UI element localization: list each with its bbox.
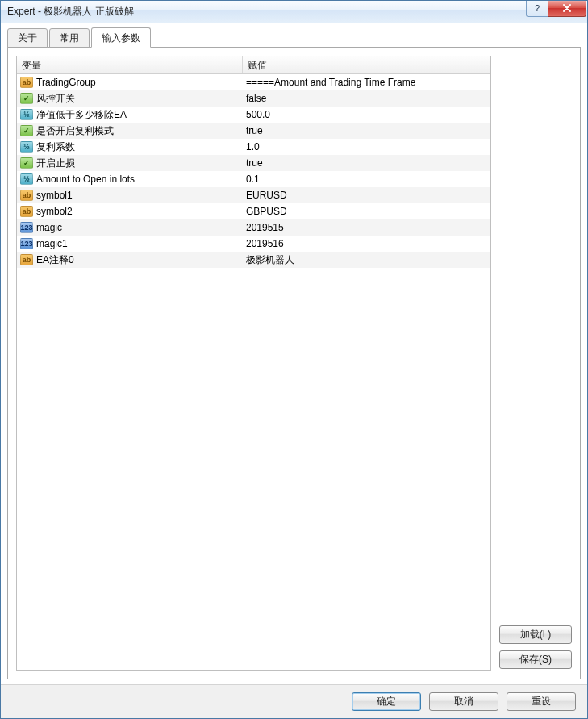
parameter-value-cell[interactable]: GBPUSD	[243, 206, 490, 217]
column-header-variable[interactable]: 变量	[17, 56, 243, 73]
tabstrip: 关于 常用 输入参数	[7, 30, 581, 48]
parameter-row[interactable]: 123magic12019516	[17, 236, 490, 252]
parameter-row[interactable]: ✓风控开关false	[17, 90, 490, 107]
parameter-row[interactable]: abEA注释0极影机器人	[17, 252, 490, 268]
parameter-value-cell[interactable]: 2019515	[243, 222, 490, 233]
ab-type-icon: ab	[20, 254, 33, 265]
parameters-grid[interactable]: 变量 赋值 abTradingGroup=====Amount and Trad…	[16, 56, 491, 671]
parameter-name-cell[interactable]: abEA注释0	[17, 253, 243, 267]
parameter-value-cell[interactable]: 1.0	[243, 141, 490, 153]
close-button[interactable]	[548, 1, 586, 17]
grid-body: abTradingGroup=====Amount and Trading Ti…	[17, 74, 490, 670]
dialog-footer: 确定 取消 重设	[1, 684, 587, 718]
parameter-row[interactable]: ✓开启止损true	[17, 155, 490, 171]
help-icon: ?	[535, 3, 540, 13]
parameter-name-cell[interactable]: abTradingGroup	[17, 77, 243, 88]
int-type-icon: 123	[20, 238, 33, 249]
parameter-row[interactable]: absymbol2GBPUSD	[17, 203, 490, 219]
tab-about[interactable]: 关于	[7, 28, 48, 48]
parameter-row[interactable]: ½复利系数1.0	[17, 139, 490, 155]
parameter-name: Amount to Open in lots	[36, 173, 135, 185]
parameter-row[interactable]: absymbol1EURUSD	[17, 187, 490, 203]
parameter-name: 净值低于多少移除EA	[36, 108, 127, 122]
parameter-value-cell[interactable]: true	[243, 157, 490, 169]
load-button[interactable]: 加载(L)	[499, 625, 572, 644]
parameter-name: 复利系数	[36, 140, 75, 154]
parameter-name-cell[interactable]: ½Amount to Open in lots	[17, 173, 243, 185]
ab-type-icon: ab	[20, 190, 33, 201]
double-type-icon: ½	[20, 173, 33, 185]
help-button[interactable]: ?	[526, 1, 548, 17]
parameter-value-cell[interactable]: EURUSD	[243, 190, 490, 201]
tabpage-inputs: 变量 赋值 abTradingGroup=====Amount and Trad…	[7, 48, 581, 679]
parameter-value-cell[interactable]: =====Amount and Trading Time Frame	[243, 77, 490, 88]
grid-header: 变量 赋值	[17, 56, 490, 74]
parameter-name-cell[interactable]: 123magic1	[17, 238, 243, 249]
parameter-value-cell[interactable]: 500.0	[243, 109, 490, 120]
parameter-value-cell[interactable]: 0.1	[243, 173, 490, 185]
ab-type-icon: ab	[20, 206, 33, 217]
window-title: Expert - 极影机器人 正版破解	[7, 5, 527, 19]
save-button[interactable]: 保存(S)	[499, 650, 572, 669]
reset-button[interactable]: 重设	[507, 692, 576, 711]
tab-inputs[interactable]: 输入参数	[91, 27, 151, 48]
bool-type-icon: ✓	[20, 157, 33, 169]
parameter-name-cell[interactable]: ½复利系数	[17, 140, 243, 154]
ok-button[interactable]: 确定	[352, 692, 421, 711]
double-type-icon: ½	[20, 109, 33, 120]
titlebar-controls: ?	[527, 1, 587, 17]
parameter-value-cell[interactable]: 2019516	[243, 238, 490, 249]
parameter-name: symbol2	[36, 206, 73, 217]
parameter-name: 是否开启复利模式	[36, 124, 114, 138]
parameter-name-cell[interactable]: ✓是否开启复利模式	[17, 124, 243, 138]
parameter-name: magic1	[36, 238, 68, 249]
column-header-value[interactable]: 赋值	[243, 56, 490, 73]
parameter-name: symbol1	[36, 190, 73, 201]
parameter-name-cell[interactable]: 123magic	[17, 222, 243, 233]
int-type-icon: 123	[20, 222, 33, 233]
parameter-name: 开启止损	[36, 157, 75, 170]
parameter-row[interactable]: ½Amount to Open in lots0.1	[17, 171, 490, 187]
cancel-button[interactable]: 取消	[429, 692, 498, 711]
parameter-name-cell[interactable]: ✓风控开关	[17, 92, 243, 106]
side-buttons: 加载(L) 保存(S)	[499, 56, 572, 671]
parameter-name-cell[interactable]: absymbol2	[17, 206, 243, 217]
client-area: 关于 常用 输入参数 变量 赋值 abTradingGroup=====Amou…	[1, 23, 587, 684]
parameter-value-cell[interactable]: 极影机器人	[243, 253, 490, 267]
dialog-window: Expert - 极影机器人 正版破解 ? 关于 常用 输入参数 变量 赋值	[0, 0, 588, 719]
parameter-row[interactable]: 123magic2019515	[17, 219, 490, 236]
parameter-name-cell[interactable]: absymbol1	[17, 190, 243, 201]
parameter-name: 风控开关	[36, 92, 75, 106]
parameter-name: magic	[36, 222, 62, 233]
parameter-name: TradingGroup	[36, 77, 96, 88]
parameter-value-cell[interactable]: true	[243, 125, 490, 136]
bool-type-icon: ✓	[20, 125, 33, 136]
parameter-name-cell[interactable]: ½净值低于多少移除EA	[17, 108, 243, 122]
titlebar[interactable]: Expert - 极影机器人 正版破解 ?	[1, 1, 587, 23]
parameter-value-cell[interactable]: false	[243, 93, 490, 104]
parameter-row[interactable]: ✓是否开启复利模式true	[17, 123, 490, 139]
tab-common[interactable]: 常用	[49, 28, 90, 48]
parameter-name: EA注释0	[36, 253, 74, 267]
double-type-icon: ½	[20, 141, 33, 153]
parameter-name-cell[interactable]: ✓开启止损	[17, 157, 243, 170]
parameter-row[interactable]: ½净值低于多少移除EA500.0	[17, 107, 490, 123]
close-icon	[562, 4, 572, 12]
parameter-row[interactable]: abTradingGroup=====Amount and Trading Ti…	[17, 74, 490, 90]
ab-type-icon: ab	[20, 77, 33, 88]
bool-type-icon: ✓	[20, 93, 33, 104]
